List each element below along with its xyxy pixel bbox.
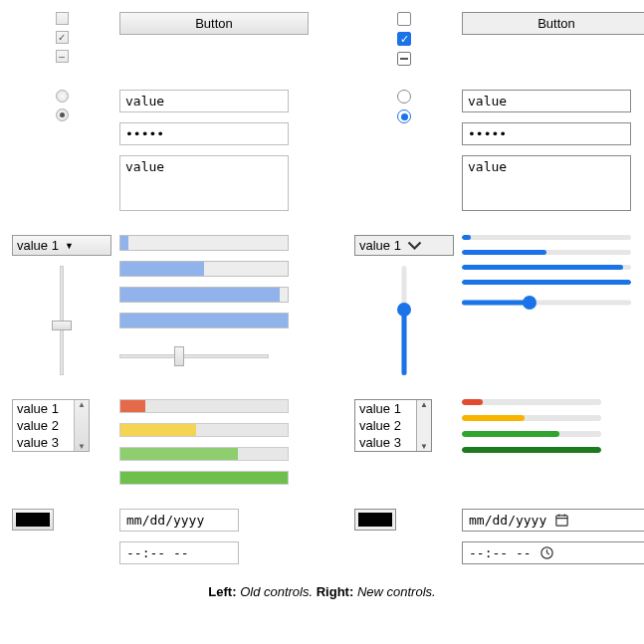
checkbox-unchecked-new[interactable] [397,12,411,26]
caption-right-label: Right: [317,584,354,599]
checkbox-checked-new[interactable]: ✓ [397,32,411,46]
horizontal-slider-new[interactable] [462,295,631,311]
checkbox-mixed-old[interactable]: – [56,50,69,63]
caption: Left: Old controls. Right: New controls. [12,584,632,599]
svg-line-6 [546,553,548,554]
spinner-up-icon[interactable]: ▲ [420,400,428,409]
time-input-old[interactable]: --:-- -- [119,541,239,564]
listbox-new[interactable]: value 1 value 2 value 3 ▲▼ [354,399,432,452]
meter-old-4 [119,471,289,485]
vertical-slider-new[interactable] [389,266,419,375]
calendar-icon[interactable] [554,513,569,528]
button-new[interactable]: Button [462,12,644,35]
password-input-new[interactable]: ••••• [462,122,631,145]
meter-old-2 [119,423,289,437]
svg-rect-0 [556,516,567,526]
spinner-up-icon[interactable]: ▲ [78,400,86,409]
progress-old-3 [119,287,289,303]
date-input-value: mm/dd/yyyy [469,513,546,528]
date-input-old[interactable]: mm/dd/yyyy [119,509,239,532]
meter-new-1 [462,399,601,405]
select-old[interactable]: value 1 ▼ [12,235,111,256]
chevron-down-icon: ▼ [65,241,74,251]
select-new-value: value 1 [359,238,401,253]
progress-old-1 [119,235,289,251]
progress-new-4 [462,280,631,285]
meter-new-2 [462,415,601,421]
vertical-slider-old[interactable] [47,266,77,375]
radio-unchecked-old[interactable] [56,90,69,103]
meter-old-1 [119,399,289,413]
listbox-old[interactable]: value 1 value 2 value 3 ▲▼ [12,399,90,452]
meter-new-4 [462,447,601,453]
time-input-new[interactable]: --:-- -- [462,541,644,564]
color-input-old[interactable] [12,509,54,531]
textarea-old[interactable]: value [119,155,289,211]
radio-checked-new[interactable] [397,109,411,123]
radio-checked-old[interactable] [56,108,69,121]
time-input-value: --:-- -- [469,545,532,560]
chevron-down-icon [407,238,422,253]
spinner-down-icon[interactable]: ▼ [420,442,428,451]
progress-old-4 [119,313,289,328]
text-input-old[interactable]: value [119,90,289,112]
checkbox-mixed-new[interactable] [397,52,411,66]
caption-left-label: Left: [208,584,236,599]
button-old[interactable]: Button [119,12,309,35]
color-input-new[interactable] [354,509,396,531]
date-input-new[interactable]: mm/dd/yyyy [462,509,644,532]
select-new[interactable]: value 1 [354,235,454,256]
progress-new-2 [462,250,631,255]
meter-old-3 [119,447,289,461]
radio-unchecked-new[interactable] [397,90,411,104]
checkbox-checked-old[interactable]: ✓ [56,31,69,44]
meter-new-3 [462,431,601,437]
textarea-new[interactable]: value [462,155,631,211]
checkbox-unchecked-old[interactable] [56,12,69,25]
select-old-value: value 1 [17,238,59,253]
progress-new-3 [462,265,631,270]
progress-old-2 [119,261,289,277]
horizontal-slider-old[interactable] [119,346,269,366]
progress-new-1 [462,235,631,240]
clock-icon[interactable] [539,545,554,560]
text-input-new[interactable]: value [462,90,631,112]
password-input-old[interactable]: ••••• [119,122,289,145]
spinner-down-icon[interactable]: ▼ [78,442,86,451]
